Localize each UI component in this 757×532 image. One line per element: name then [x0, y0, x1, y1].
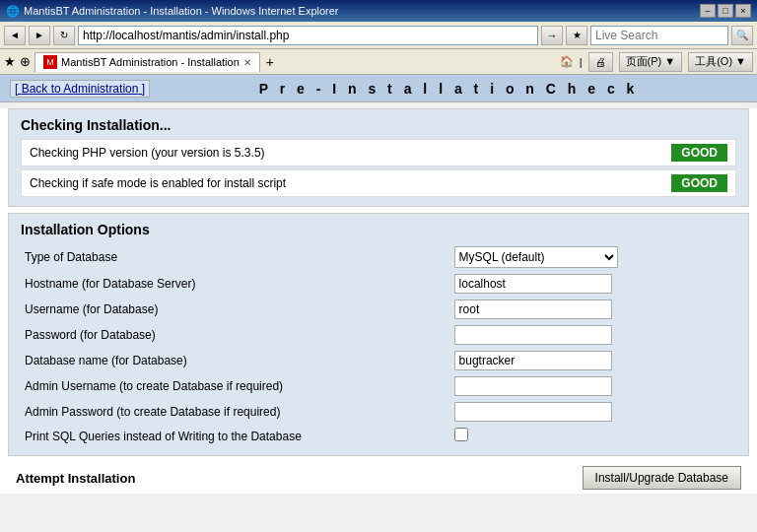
field-value-dbname: [450, 348, 736, 373]
field-row-password: Password (for Database): [21, 322, 736, 348]
toolbar-right: 🏠 | 🖨 页面(P) ▼ 工具(O) ▼: [560, 52, 753, 72]
field-value-password: [450, 322, 736, 348]
address-bar: ◄ ► ↻ → ★ 🔍: [0, 22, 757, 49]
admin-password-input[interactable]: [454, 402, 612, 422]
go-button[interactable]: →: [541, 26, 563, 45]
minimize-button[interactable]: –: [700, 4, 716, 18]
field-value-admin-password: [450, 399, 736, 425]
checking-section: Checking Installation... Checking PHP ve…: [8, 108, 749, 207]
favorites-button[interactable]: ★: [566, 26, 587, 45]
field-value-db-type: MySQL (default) PostgreSQL MS SQL: [450, 243, 736, 271]
content-area: [ Back to Administration ] P r e - I n s…: [0, 75, 757, 532]
favorites-star[interactable]: ★: [4, 54, 16, 69]
check-row-safemode: Checking if safe mode is enabled for ins…: [21, 169, 736, 197]
check-php-badge: GOOD: [671, 144, 727, 162]
home-icon[interactable]: 🏠: [560, 55, 574, 68]
hostname-input[interactable]: [454, 274, 612, 294]
mantis-icon: M: [43, 55, 57, 69]
dbname-input[interactable]: [454, 351, 612, 370]
field-row-username: Username (for Database): [21, 297, 736, 322]
browser-icon: 🌐: [6, 5, 20, 18]
new-tab-button[interactable]: +: [266, 54, 274, 70]
field-label-username: Username (for Database): [21, 297, 450, 322]
back-button[interactable]: ◄: [4, 26, 26, 45]
page-title: P r e - I n s t a l l a t i o n C h e c …: [150, 81, 747, 97]
search-input[interactable]: [590, 26, 728, 45]
field-row-print-sql: Print SQL Queries instead of Writing to …: [21, 425, 736, 447]
field-value-admin-username: [450, 373, 736, 399]
field-value-username: [450, 297, 736, 322]
print-button[interactable]: 🖨: [588, 52, 613, 72]
page-button[interactable]: 页面(P) ▼: [619, 52, 683, 72]
tab-label: MantisBT Administration - Installation: [61, 56, 240, 68]
field-row-dbname: Database name (for Database): [21, 348, 736, 373]
field-label-admin-username: Admin Username (to create Database if re…: [21, 373, 450, 399]
options-title: Installation Options: [21, 222, 736, 237]
options-form-table: Type of Database MySQL (default) Postgre…: [21, 243, 736, 447]
tab-close-icon[interactable]: ✕: [243, 57, 251, 68]
title-bar-controls[interactable]: – □ ×: [700, 4, 751, 18]
add-favorites[interactable]: ⊕: [20, 54, 31, 69]
username-input[interactable]: [454, 299, 612, 319]
refresh-button[interactable]: ↻: [53, 26, 75, 45]
field-label-admin-password: Admin Password (to create Database if re…: [21, 399, 450, 425]
close-button[interactable]: ×: [735, 4, 751, 18]
field-value-hostname: [450, 271, 736, 297]
field-label-password: Password (for Database): [21, 322, 450, 348]
check-php-label: Checking PHP version (your version is 5.…: [30, 146, 265, 160]
back-to-admin-link[interactable]: [ Back to Administration ]: [10, 80, 150, 98]
attempt-row: Attempt Installation Install/Upgrade Dat…: [8, 462, 749, 494]
tools-button[interactable]: 工具(O) ▼: [688, 52, 753, 72]
field-label-dbname: Database name (for Database): [21, 348, 450, 373]
main-content: Checking Installation... Checking PHP ve…: [0, 108, 757, 494]
password-input[interactable]: [454, 325, 612, 345]
address-input[interactable]: [78, 26, 538, 45]
check-row-php: Checking PHP version (your version is 5.…: [21, 139, 736, 166]
checking-title: Checking Installation...: [21, 117, 736, 133]
maximize-button[interactable]: □: [718, 4, 733, 18]
admin-username-input[interactable]: [454, 376, 612, 396]
db-type-select[interactable]: MySQL (default) PostgreSQL MS SQL: [454, 246, 618, 268]
browser-tab[interactable]: M MantisBT Administration - Installation…: [34, 52, 260, 72]
forward-button[interactable]: ►: [29, 26, 50, 45]
search-button[interactable]: 🔍: [731, 26, 753, 45]
install-upgrade-button[interactable]: Install/Upgrade Database: [583, 466, 741, 490]
title-bar: 🌐 MantisBT Administration - Installation…: [0, 0, 757, 22]
field-label-print-sql: Print SQL Queries instead of Writing to …: [21, 425, 450, 447]
field-label-db-type: Type of Database: [21, 243, 450, 271]
attempt-label: Attempt Installation: [16, 471, 135, 486]
print-sql-checkbox[interactable]: [454, 428, 468, 441]
tab-area: ★ ⊕ M MantisBT Administration - Installa…: [4, 52, 274, 72]
field-row-admin-password: Admin Password (to create Database if re…: [21, 399, 736, 425]
window-title: MantisBT Administration - Installation -…: [24, 5, 339, 17]
check-safemode-badge: GOOD: [671, 174, 727, 192]
check-safemode-label: Checking if safe mode is enabled for ins…: [30, 176, 286, 190]
separator: |: [580, 56, 583, 68]
toolbar-row: ★ ⊕ M MantisBT Administration - Installa…: [0, 49, 757, 75]
options-section: Installation Options Type of Database My…: [8, 213, 749, 456]
page-header: [ Back to Administration ] P r e - I n s…: [0, 75, 757, 102]
field-row-admin-username: Admin Username (to create Database if re…: [21, 373, 736, 399]
field-label-hostname: Hostname (for Database Server): [21, 271, 450, 297]
field-row-hostname: Hostname (for Database Server): [21, 271, 736, 297]
title-bar-left: 🌐 MantisBT Administration - Installation…: [6, 5, 339, 18]
field-value-print-sql: [450, 425, 736, 447]
field-row-db-type: Type of Database MySQL (default) Postgre…: [21, 243, 736, 271]
